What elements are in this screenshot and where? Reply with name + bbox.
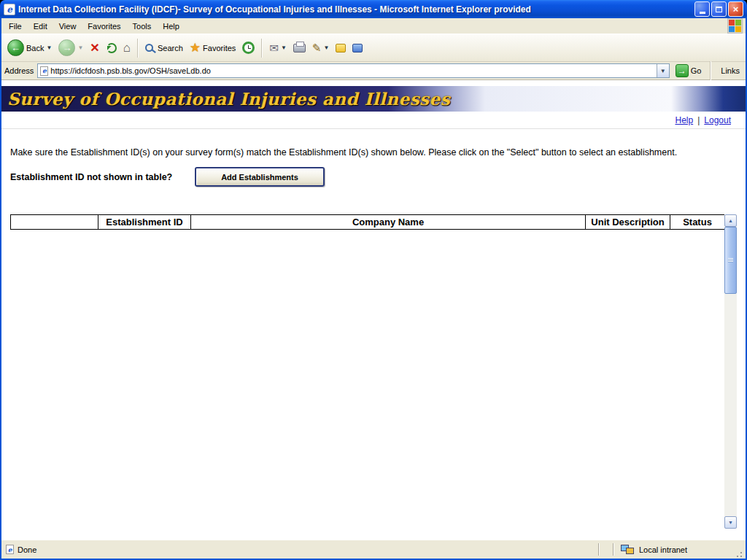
- logout-link[interactable]: Logout: [704, 115, 731, 125]
- window-title: Internet Data Collection Facility (IDCF)…: [18, 4, 692, 15]
- favorites-star-icon: ★: [190, 42, 201, 54]
- address-bar: Address e https://idcfdosh.psb.bls.gov/O…: [1, 62, 746, 80]
- mail-icon: ✉: [269, 42, 279, 53]
- forward-icon: →: [58, 39, 75, 56]
- search-icon: [145, 44, 153, 52]
- search-button[interactable]: Search: [142, 42, 186, 54]
- history-button[interactable]: [239, 40, 258, 55]
- messenger-button[interactable]: [349, 42, 365, 54]
- title-bar: e Internet Data Collection Facility (IDC…: [0, 0, 747, 18]
- mail-dropdown-icon[interactable]: ▼: [281, 44, 287, 51]
- favorites-label: Favorites: [203, 44, 236, 52]
- add-establishment-row: Establishment ID not shown in table? Add…: [10, 167, 737, 187]
- refresh-button[interactable]: [104, 42, 120, 55]
- establishment-table-container: Establishment ID Company Name Unit Descr…: [10, 214, 737, 529]
- menu-view[interactable]: View: [53, 20, 82, 33]
- edit-dropdown-icon[interactable]: ▼: [323, 44, 329, 51]
- back-label: Back: [26, 44, 44, 52]
- scrollbar-thumb[interactable]: [724, 227, 737, 294]
- header-unit-description: Unit Description: [586, 215, 670, 230]
- messenger-icon: [352, 44, 363, 52]
- local-intranet-icon: [621, 545, 635, 555]
- instructions-text: Make sure the Establishment ID(s) on you…: [10, 147, 708, 158]
- utility-nav: Help | Logout: [1, 112, 746, 129]
- home-button[interactable]: ⌂: [120, 40, 133, 55]
- scrollbar-down-button[interactable]: ▼: [724, 516, 737, 529]
- menu-bar: File Edit View Favorites Tools Help: [1, 18, 746, 34]
- site-title: Survey of Occupational Injuries and Illn…: [1, 89, 450, 109]
- print-button[interactable]: [290, 42, 309, 54]
- standard-toolbar: ← Back ▼ → ▼ ✕ ⌂ Search ★ Favorites: [1, 34, 746, 62]
- status-left-pane: e Done: [4, 545, 596, 554]
- print-icon: [293, 44, 306, 52]
- addressbar-separator: [710, 61, 711, 80]
- add-establishments-button[interactable]: Add Establishments: [195, 167, 325, 187]
- forward-button[interactable]: → ▼: [55, 38, 86, 58]
- forward-dropdown-icon: ▼: [77, 44, 83, 51]
- links-toolbar[interactable]: Links: [718, 66, 743, 75]
- status-page-icon: e: [6, 545, 14, 554]
- question-label: Establishment ID not shown in table?: [10, 172, 195, 182]
- toolbar-separator: [137, 39, 139, 58]
- table-header-row: Establishment ID Company Name Unit Descr…: [11, 215, 725, 230]
- establishment-table: Establishment ID Company Name Unit Descr…: [10, 214, 725, 230]
- header-company-name: Company Name: [191, 215, 586, 230]
- main-content: Make sure the Establishment ID(s) on you…: [1, 129, 746, 529]
- mail-button[interactable]: ✉ ▼: [266, 41, 290, 55]
- menu-file[interactable]: File: [3, 20, 28, 33]
- header-status: Status: [670, 215, 725, 230]
- history-clock-icon: [242, 42, 255, 54]
- favorites-button[interactable]: ★ Favorites: [187, 40, 239, 55]
- address-dropdown-button[interactable]: ▼: [657, 64, 669, 77]
- resize-grip: [733, 548, 743, 559]
- window-frame: File Edit View Favorites Tools Help ← Ba…: [0, 18, 747, 560]
- refresh-icon: [107, 43, 117, 53]
- back-button[interactable]: ← Back ▼: [4, 38, 55, 58]
- toolbar-separator: [261, 39, 263, 58]
- header-select: [11, 215, 98, 230]
- help-link[interactable]: Help: [675, 115, 693, 125]
- windows-logo-icon: [727, 18, 743, 34]
- search-label: Search: [158, 44, 183, 52]
- status-done-text: Done: [18, 545, 36, 554]
- address-input[interactable]: e https://idcfdosh.psb.bls.gov/OSH/saveL…: [37, 63, 669, 78]
- links-label: Links: [721, 66, 740, 75]
- ie-app-icon: e: [4, 4, 15, 15]
- statusbar-divider: [598, 543, 600, 556]
- menu-favorites[interactable]: Favorites: [82, 20, 126, 33]
- discuss-icon: [336, 44, 346, 52]
- back-dropdown-icon[interactable]: ▼: [46, 44, 52, 51]
- go-arrow-icon: →: [676, 64, 689, 77]
- scrollbar-up-button[interactable]: ▲: [724, 214, 737, 227]
- menu-tools[interactable]: Tools: [127, 20, 158, 33]
- go-button[interactable]: → Go: [673, 64, 704, 77]
- security-zone-pane: Local intranet: [616, 545, 733, 555]
- edit-button[interactable]: ✎ ▼: [309, 41, 333, 55]
- address-label: Address: [4, 66, 34, 75]
- menu-edit[interactable]: Edit: [28, 20, 53, 33]
- browser-window: e Internet Data Collection Facility (IDC…: [0, 0, 747, 560]
- zone-text: Local intranet: [639, 545, 687, 554]
- page-icon: e: [40, 66, 48, 76]
- stop-button[interactable]: ✕: [87, 41, 102, 55]
- close-button[interactable]: ×: [728, 1, 743, 17]
- maximize-button[interactable]: [711, 1, 727, 17]
- discuss-button[interactable]: [333, 42, 349, 54]
- edit-pencil-icon: ✎: [312, 42, 322, 53]
- page-content: Survey of Occupational Injuries and Illn…: [1, 80, 746, 540]
- address-url[interactable]: https://idcfdosh.psb.bls.gov/OSH/saveLdb…: [50, 66, 654, 75]
- header-establishment-id: Establishment ID: [98, 215, 191, 230]
- go-label: Go: [691, 66, 702, 75]
- menu-help[interactable]: Help: [157, 20, 185, 33]
- stop-icon: ✕: [90, 42, 99, 54]
- status-bar: e Done Local intranet: [1, 540, 746, 559]
- site-banner: Survey of Occupational Injuries and Illn…: [1, 86, 746, 112]
- minimize-button[interactable]: [694, 1, 710, 17]
- home-icon: ⌂: [123, 42, 131, 54]
- nav-divider: |: [697, 115, 700, 125]
- minimize-icon: [700, 12, 705, 14]
- table-scrollbar[interactable]: ▲ ▼: [724, 214, 737, 529]
- maximize-icon: [716, 7, 722, 12]
- statusbar-divider: [613, 543, 614, 556]
- back-icon: ←: [7, 39, 24, 56]
